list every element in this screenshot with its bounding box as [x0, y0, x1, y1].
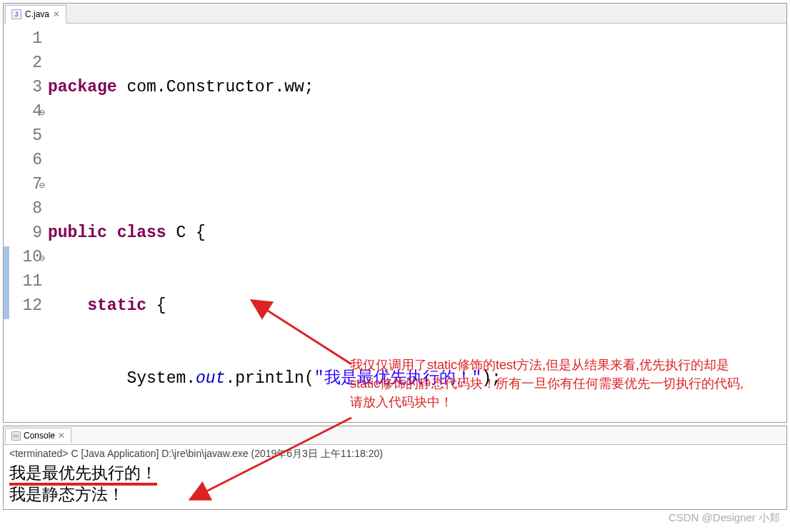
- line-number: 1: [4, 26, 42, 51]
- annotation-text: 我仅仅调用了static修饰的test方法,但是从结果来看,优先执行的却是sta…: [350, 356, 750, 411]
- line-number: 8: [4, 196, 42, 221]
- console-icon: ▭: [11, 431, 21, 441]
- tab-console[interactable]: ▭ Console ✕: [5, 428, 71, 443]
- line-number: 12: [4, 293, 42, 318]
- line-number: 5: [4, 124, 42, 148]
- fold-marker-icon: ⊖: [39, 174, 45, 198]
- console-tabbar: ▭ Console ✕: [4, 426, 786, 445]
- line-number: 2: [4, 51, 42, 75]
- line-number: 6: [4, 148, 42, 172]
- console-body: <terminated> C [Java Application] D:\jre…: [4, 445, 786, 509]
- tab-filename: C.java: [25, 9, 49, 19]
- java-file-icon: J: [11, 9, 21, 19]
- close-tab-icon[interactable]: ✕: [53, 9, 60, 19]
- console-tab-label: Console: [24, 431, 55, 441]
- line-number: 3: [4, 75, 42, 99]
- editor-tabbar: J C.java ✕: [4, 4, 786, 24]
- console-emphasized-output: 我是最优先执行的！: [9, 463, 157, 486]
- console-panel: ▭ Console ✕ <terminated> C [Java Applica…: [3, 426, 787, 510]
- tab-c-java[interactable]: J C.java ✕: [5, 5, 66, 24]
- line-number: 9: [4, 221, 42, 245]
- console-output-line: 我是最优先执行的！: [9, 462, 781, 483]
- line-number: 11: [4, 269, 42, 293]
- line-number: 4⊖: [4, 99, 42, 124]
- fold-marker-icon: ⊖: [39, 101, 45, 125]
- console-launch-info: <terminated> C [Java Application] D:\jre…: [9, 446, 781, 462]
- close-tab-icon[interactable]: ✕: [58, 431, 65, 441]
- fold-marker-icon: ⊖: [39, 246, 45, 271]
- console-output-line: 我是静态方法！: [9, 483, 781, 505]
- line-number: 10⊖: [4, 245, 42, 269]
- line-number: 7⊖: [4, 172, 42, 196]
- watermark: CSDN @Designer 小郑: [669, 511, 780, 525]
- line-number-gutter: 1 2 3 4⊖ 5 6 7⊖ 8 9 10⊖ 11 12: [4, 26, 48, 422]
